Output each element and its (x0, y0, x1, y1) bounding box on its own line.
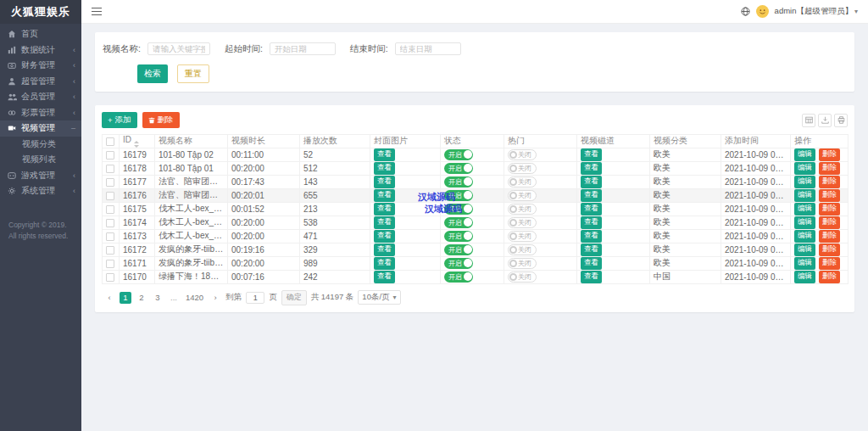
view-cover-button[interactable]: 查看 (374, 257, 395, 270)
view-track-button[interactable]: 查看 (581, 176, 602, 188)
print-icon[interactable] (834, 114, 848, 127)
sidebar-item-games[interactable]: 游戏管理‹ (0, 168, 81, 184)
delete-row-button[interactable]: 删除 (819, 216, 840, 229)
status-toggle[interactable]: 开启 (444, 217, 473, 228)
end-date-input[interactable] (395, 42, 461, 55)
sidebar-item-system[interactable]: 系统管理‹ (0, 183, 81, 199)
row-checkbox[interactable] (106, 260, 114, 268)
row-checkbox[interactable] (106, 246, 114, 255)
edit-button[interactable]: 编辑 (794, 271, 815, 283)
goto-confirm-button[interactable]: 确定 (281, 290, 307, 305)
view-track-button[interactable]: 查看 (581, 189, 602, 202)
edit-button[interactable]: 编辑 (794, 203, 815, 216)
delete-row-button[interactable]: 删除 (819, 271, 840, 283)
delete-row-button[interactable]: 删除 (819, 257, 840, 270)
page-number-button[interactable]: 2 (136, 292, 147, 304)
sort-icon[interactable] (134, 141, 139, 148)
hot-toggle[interactable]: 关闭 (508, 149, 537, 160)
search-button[interactable]: 检索 (137, 64, 168, 83)
delete-row-button[interactable]: 删除 (819, 189, 840, 202)
status-toggle[interactable]: 开启 (444, 176, 473, 188)
edit-button[interactable]: 编辑 (794, 148, 815, 161)
view-track-button[interactable]: 查看 (581, 162, 602, 175)
sidebar-subitem-video-list[interactable]: 视频列表 (0, 152, 81, 168)
view-track-button[interactable]: 查看 (581, 243, 602, 256)
edit-button[interactable]: 编辑 (794, 162, 815, 175)
edit-button[interactable]: 编辑 (794, 243, 815, 256)
video-name-input[interactable] (147, 42, 210, 55)
hot-toggle[interactable]: 关闭 (508, 190, 537, 201)
next-page-button[interactable]: › (209, 292, 221, 304)
sidebar-item-finance[interactable]: 财务管理‹ (0, 58, 81, 74)
view-cover-button[interactable]: 查看 (374, 271, 395, 283)
hot-toggle[interactable]: 关闭 (508, 163, 537, 174)
export-icon[interactable] (818, 114, 832, 127)
status-toggle[interactable]: 开启 (444, 204, 473, 215)
delete-row-button[interactable]: 删除 (819, 162, 840, 175)
add-button[interactable]: + 添加 (102, 112, 137, 128)
select-all-checkbox[interactable] (106, 137, 114, 146)
view-cover-button[interactable]: 查看 (374, 243, 395, 256)
page-number-button[interactable]: 1 (120, 292, 131, 304)
status-toggle[interactable]: 开启 (444, 231, 473, 242)
hot-toggle[interactable]: 关闭 (508, 244, 537, 255)
globe-icon[interactable] (741, 7, 750, 16)
sidebar-item-videos[interactable]: 视频管理– (0, 120, 81, 137)
page-number-button[interactable]: 3 (152, 292, 164, 304)
edit-button[interactable]: 编辑 (794, 176, 815, 188)
edit-button[interactable]: 编辑 (794, 230, 815, 243)
sidebar-item-stats[interactable]: 数据统计‹ (0, 42, 81, 59)
status-toggle[interactable]: 开启 (444, 244, 473, 255)
edit-button[interactable]: 编辑 (794, 257, 815, 270)
row-checkbox[interactable] (106, 273, 114, 282)
sidebar-item-admins[interactable]: 超管管理‹ (0, 74, 81, 90)
user-menu[interactable]: admin【超级管理员】 ▾ (775, 6, 858, 17)
hot-toggle[interactable]: 关闭 (508, 231, 537, 242)
sidebar-item-home[interactable]: 首页 (0, 26, 81, 42)
reset-button[interactable]: 重置 (177, 64, 209, 83)
row-checkbox[interactable] (106, 192, 114, 200)
row-checkbox[interactable] (106, 178, 114, 187)
status-toggle[interactable]: 开启 (444, 149, 473, 160)
view-cover-button[interactable]: 查看 (374, 189, 395, 202)
status-toggle[interactable]: 开启 (444, 271, 473, 283)
row-checkbox[interactable] (106, 151, 114, 160)
delete-row-button[interactable]: 删除 (819, 203, 840, 216)
sidebar-item-lottery[interactable]: 彩票管理‹ (0, 105, 81, 121)
batch-delete-button[interactable]: 删除 (142, 112, 180, 128)
view-track-button[interactable]: 查看 (581, 271, 602, 283)
per-page-select[interactable]: 10条/页 ▾ (358, 290, 400, 305)
edit-button[interactable]: 编辑 (794, 189, 815, 202)
prev-page-button[interactable]: ‹ (103, 292, 115, 304)
hot-toggle[interactable]: 关闭 (508, 176, 537, 188)
sidebar-item-members[interactable]: 会员管理‹ (0, 89, 81, 105)
view-track-button[interactable]: 查看 (581, 148, 602, 161)
view-cover-button[interactable]: 查看 (374, 176, 395, 188)
start-date-input[interactable] (270, 42, 336, 55)
row-checkbox[interactable] (106, 232, 114, 241)
status-toggle[interactable]: 开启 (444, 163, 473, 174)
view-cover-button[interactable]: 查看 (374, 216, 395, 229)
view-track-button[interactable]: 查看 (581, 230, 602, 243)
delete-row-button[interactable]: 删除 (819, 148, 840, 161)
view-cover-button[interactable]: 查看 (374, 230, 395, 243)
page-number-button[interactable]: 1420 (184, 292, 205, 304)
view-cover-button[interactable]: 查看 (374, 148, 395, 161)
hot-toggle[interactable]: 关闭 (508, 217, 537, 228)
hot-toggle[interactable]: 关闭 (508, 271, 537, 283)
delete-row-button[interactable]: 删除 (819, 176, 840, 188)
edit-button[interactable]: 编辑 (794, 216, 815, 229)
row-checkbox[interactable] (106, 219, 114, 227)
menu-toggle-icon[interactable] (92, 8, 102, 16)
view-track-button[interactable]: 查看 (581, 257, 602, 270)
status-toggle[interactable]: 开启 (444, 190, 473, 201)
delete-row-button[interactable]: 删除 (819, 243, 840, 256)
hot-toggle[interactable]: 关闭 (508, 204, 537, 215)
hot-toggle[interactable]: 关闭 (508, 258, 537, 269)
avatar[interactable] (756, 5, 769, 18)
view-cover-button[interactable]: 查看 (374, 203, 395, 216)
view-track-button[interactable]: 查看 (581, 203, 602, 216)
sidebar-subitem-video-category[interactable]: 视频分类 (0, 137, 81, 153)
columns-filter-icon[interactable] (802, 114, 815, 127)
delete-row-button[interactable]: 删除 (819, 230, 840, 243)
